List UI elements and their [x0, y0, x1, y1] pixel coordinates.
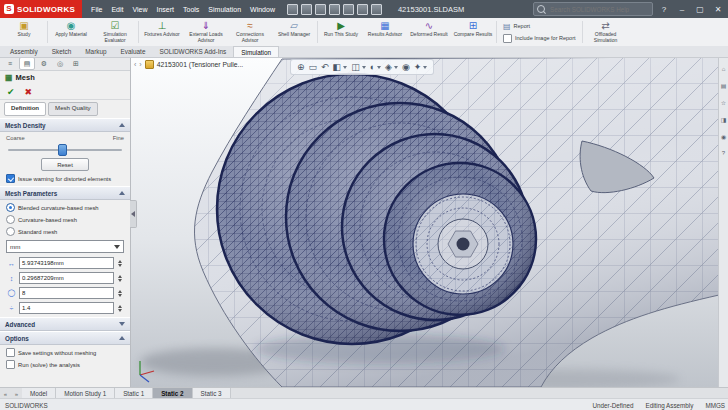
previous-view-icon[interactable]: ↶ [321, 62, 329, 72]
tab-evaluate[interactable]: Evaluate [114, 46, 153, 57]
radio-curvature-mesh[interactable]: Curvature-based mesh [6, 215, 124, 224]
save-settings-checkbox[interactable]: Save settings without meshing [6, 348, 124, 357]
graphics-viewport[interactable]: ‹ › 42153001 (Tensioner Pulle... ⊕ ▭ ↶ ◧… [130, 57, 719, 387]
menu-file[interactable]: File [87, 4, 106, 15]
chevron-down-icon[interactable] [423, 66, 427, 69]
taskpane-resources-icon[interactable]: ⌂ [722, 66, 726, 72]
ribbon-run-this-study-button[interactable]: ▶ Run This Study [319, 18, 363, 46]
help-button[interactable]: ? [657, 2, 671, 16]
minimize-button[interactable]: – [675, 2, 689, 16]
ribbon-shell-manager-button[interactable]: ▱ Shell Manager [272, 18, 316, 46]
menu-view[interactable]: View [128, 4, 151, 15]
left-panel-tabs: ≡ ▤ ⚙ ◎ ⊞ [0, 57, 130, 71]
pm-subtabs: Definition Mesh Quality [0, 100, 130, 118]
tab-mesh-quality[interactable]: Mesh Quality [48, 102, 98, 116]
min-size-spinner[interactable] [116, 275, 124, 282]
menu-tools[interactable]: Tools [179, 4, 203, 15]
min-element-size-input[interactable] [19, 272, 114, 284]
options-icon[interactable] [371, 4, 382, 15]
tab-solidworks-add-ins[interactable]: SOLIDWORKS Add-Ins [152, 46, 233, 57]
breadcrumb-text[interactable]: 42153001 (Tensioner Pulle... [157, 61, 244, 68]
slider-handle[interactable] [58, 144, 67, 156]
panel-collapse-handle[interactable] [130, 200, 137, 228]
menu-insert[interactable]: Insert [153, 4, 179, 15]
breadcrumb-back-icon[interactable]: ‹ [134, 61, 136, 68]
mesh-density-slider[interactable] [8, 144, 122, 155]
ribbon-compare-results-button[interactable]: ⊞ Compare Results [451, 18, 495, 46]
chevron-down-icon[interactable] [394, 66, 398, 69]
growth-ratio-input[interactable] [19, 302, 114, 314]
zoom-to-area-icon[interactable]: ▭ [309, 62, 318, 72]
menu-window[interactable]: Window [246, 4, 279, 15]
dimxpertmanager-tab[interactable]: ◎ [53, 58, 67, 69]
ribbon-external-loads-advisor-button[interactable]: ⇓ External Loads Advisor [184, 18, 228, 46]
display-style-icon[interactable]: ◐ [370, 62, 375, 72]
taskpane-view-palette-icon[interactable]: ◨ [721, 116, 727, 123]
section-options-header[interactable]: Options [0, 331, 130, 345]
tab-sketch[interactable]: Sketch [45, 46, 79, 57]
chevron-down-icon[interactable] [343, 66, 347, 69]
close-button[interactable]: ✕ [711, 2, 725, 16]
pm-action-row: ✔ ✖ [0, 84, 130, 100]
displaymanager-tab[interactable]: ⊞ [69, 58, 83, 69]
ribbon-results-advisor-button[interactable]: ▦ Results Advisor [363, 18, 407, 46]
ribbon-fixtures-advisor-button[interactable]: ⊥ Fixtures Advisor [140, 18, 184, 46]
print-icon[interactable] [329, 4, 340, 15]
growth-ratio-spinner[interactable] [116, 305, 124, 312]
tab-markup[interactable]: Markup [78, 46, 113, 57]
unit-dropdown[interactable]: mm [6, 240, 124, 253]
status-unit-system[interactable]: MMGS [705, 402, 725, 409]
chevron-down-icon[interactable] [362, 66, 366, 69]
ribbon-include-image-checkbox[interactable]: Include Image for Report [503, 34, 576, 43]
distorted-elements-warning-checkbox[interactable]: Issue warning for distorted elements [6, 174, 124, 183]
tab-assembly[interactable]: Assembly [3, 46, 45, 57]
taskpane-custom-properties-icon[interactable]: ? [722, 150, 725, 156]
search-input[interactable] [548, 5, 640, 14]
cancel-button[interactable]: ✖ [25, 87, 33, 97]
ribbon-offloaded-simulation-button[interactable]: ⇄ Offloaded Simulation [584, 18, 628, 46]
tab-simulation[interactable]: Simulation [233, 46, 279, 57]
configurationmanager-tab[interactable]: ⚙ [37, 58, 51, 69]
reset-button[interactable]: Reset [41, 158, 89, 171]
tab-definition[interactable]: Definition [4, 102, 46, 116]
view-orientation-icon[interactable]: ◫ [351, 62, 360, 72]
ok-button[interactable]: ✔ [7, 87, 15, 97]
maximize-button[interactable]: ▢ [693, 2, 707, 16]
max-size-spinner[interactable] [116, 260, 124, 267]
section-view-icon[interactable]: ◧ [333, 62, 342, 72]
save-icon[interactable] [315, 4, 326, 15]
menu-edit[interactable]: Edit [107, 4, 127, 15]
elements-circle-spinner[interactable] [116, 290, 124, 297]
taskpane-design-library-icon[interactable]: ▤ [721, 82, 727, 89]
max-element-size-input[interactable] [19, 257, 114, 269]
ribbon-study-button[interactable]: ▣ Study [2, 18, 46, 46]
open-icon[interactable] [301, 4, 312, 15]
section-mesh-density-header[interactable]: Mesh Density [0, 118, 130, 132]
taskpane-appearances-icon[interactable]: ◉ [721, 133, 726, 140]
ribbon-report-button[interactable]: ▤ Report [503, 22, 576, 31]
featuremanager-tree-tab[interactable]: ≡ [3, 58, 17, 69]
ribbon-apply-material-button[interactable]: ◉ Apply Material [49, 18, 93, 46]
apply-scene-icon[interactable]: ✦ [414, 62, 422, 72]
taskpane-file-explorer-icon[interactable]: ☆ [721, 99, 726, 106]
run-analysis-checkbox[interactable]: Run (solve) the analysis [6, 360, 124, 369]
zoom-to-fit-icon[interactable]: ⊕ [297, 62, 305, 72]
rebuild-icon[interactable] [357, 4, 368, 15]
new-document-icon[interactable] [287, 4, 298, 15]
propertymanager-tab[interactable]: ▤ [19, 57, 35, 70]
connections-advisor-icon: ≈ [247, 20, 253, 31]
ribbon-connections-advisor-button[interactable]: ≈ Connections Advisor [228, 18, 272, 46]
edit-appearance-icon[interactable]: ◉ [402, 62, 410, 72]
hide-show-items-icon[interactable]: ◈ [385, 62, 392, 72]
chevron-down-icon[interactable] [377, 66, 381, 69]
ribbon-simulation-evaluator-button[interactable]: ☑ Simulation Evaluator [93, 18, 137, 46]
undo-icon[interactable] [343, 4, 354, 15]
min-elements-circle-input[interactable] [19, 287, 114, 299]
section-advanced-header[interactable]: Advanced [0, 317, 130, 331]
radio-blended-curvature-mesh[interactable]: Blended curvature-based mesh [6, 203, 124, 212]
radio-standard-mesh[interactable]: Standard mesh [6, 227, 124, 236]
menu-simulation[interactable]: Simulation [204, 4, 245, 15]
breadcrumb-forward-icon[interactable]: › [139, 61, 141, 68]
ribbon-deformed-result-button[interactable]: ∿ Deformed Result [407, 18, 451, 46]
section-mesh-parameters-header[interactable]: Mesh Parameters [0, 186, 130, 200]
